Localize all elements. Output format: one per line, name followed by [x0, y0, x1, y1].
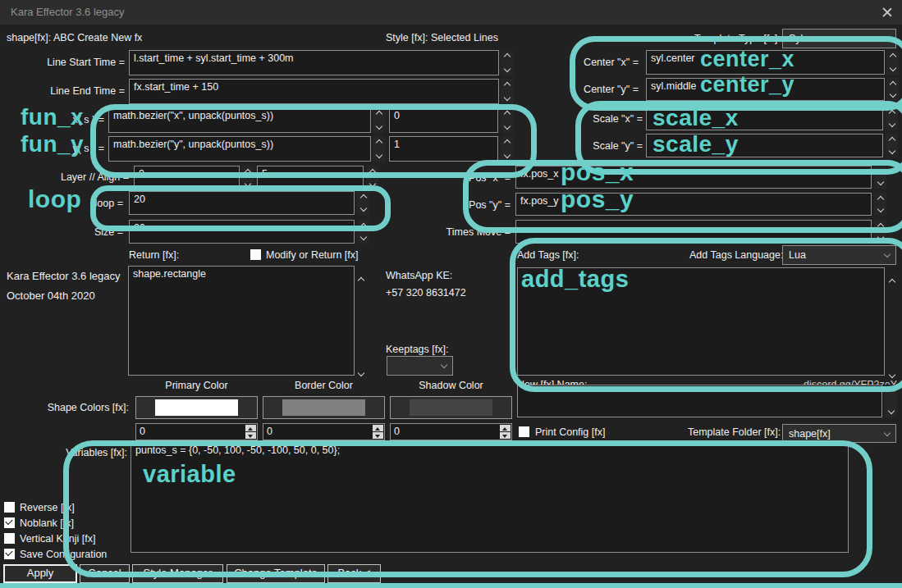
arrow-down-icon: [375, 435, 380, 438]
shadow-alpha-input[interactable]: 0: [390, 423, 512, 440]
center-x-input[interactable]: syl.center: [646, 50, 885, 75]
change-template-type-button[interactable]: Change Template Type: [227, 564, 325, 583]
pos-x-input[interactable]: fx.pos_x: [515, 166, 872, 189]
pos-y-input[interactable]: fx.pos_y: [515, 193, 872, 216]
chevron-up-icon: [504, 111, 511, 117]
layer-spinner[interactable]: [241, 166, 254, 190]
chevron-down-icon: [884, 251, 891, 258]
check-icon: [5, 517, 12, 525]
new-fx-name-spinner[interactable]: [885, 385, 897, 417]
align-spinner[interactable]: [366, 166, 378, 190]
x-s-spinner[interactable]: [373, 107, 386, 133]
chevron-down-icon: [887, 408, 894, 414]
shadow-alpha-spinner[interactable]: [500, 425, 511, 439]
vertical-kanji-checkbox[interactable]: [4, 533, 15, 544]
template-type-dropdown[interactable]: Syl: [782, 29, 896, 48]
border-color-swatch-button[interactable]: [263, 396, 385, 419]
line-start-spinner[interactable]: [501, 50, 514, 75]
chevron-down-icon: [359, 234, 366, 240]
primary-color-header: Primary Color: [135, 380, 258, 391]
y-s-accel-spinner[interactable]: [501, 136, 514, 162]
shadow-alpha-value: 0: [394, 426, 400, 437]
primary-alpha-spinner[interactable]: [245, 425, 256, 439]
scale-y-spinner[interactable]: [886, 134, 898, 157]
line-start-input[interactable]: l.start_time + syl.start_time + 300m: [129, 50, 499, 75]
loop-spinner[interactable]: [357, 191, 369, 215]
chevron-down-icon: [376, 123, 382, 130]
pos-y-spinner[interactable]: [874, 193, 886, 216]
center-x-spinner[interactable]: [886, 50, 899, 75]
layer-align-label: Layer // Align =: [0, 171, 129, 183]
chevron-up-icon: [504, 139, 511, 146]
center-y-input[interactable]: syl.middle: [646, 78, 885, 101]
chevron-up-icon: [877, 169, 883, 175]
return-fx-textarea[interactable]: shape.rectangle: [128, 266, 355, 376]
shadow-color-swatch-button[interactable]: [390, 396, 512, 419]
template-folder-label: Template Folder [fx]:: [688, 426, 781, 438]
y-s-spinner[interactable]: [373, 136, 386, 162]
y-s-input[interactable]: math.bezier("y", unpack(puntos_s)): [108, 136, 371, 162]
arrow-up-icon: [248, 427, 253, 431]
close-icon[interactable]: [881, 7, 892, 18]
style-manager-colors-button[interactable]: Style Manager Colors: [132, 564, 223, 583]
noblank-label: Noblank [fx]: [20, 517, 74, 529]
print-config-checkbox[interactable]: [519, 426, 529, 437]
line-end-spinner[interactable]: [501, 79, 514, 104]
line-end-input[interactable]: fx.start_time + 150: [129, 79, 499, 104]
chevron-up-icon: [359, 223, 366, 230]
keeptags-dropdown[interactable]: [387, 356, 453, 376]
chevron-up-icon: [504, 82, 511, 89]
back-button[interactable]: Back <: [327, 564, 381, 583]
size-spinner[interactable]: [357, 220, 369, 244]
times-move-input[interactable]: [515, 220, 872, 244]
cancel-button[interactable]: Cancel: [80, 564, 130, 583]
border-alpha-spinner[interactable]: [373, 425, 383, 439]
new-fx-name-input[interactable]: [517, 385, 882, 417]
chevron-up-icon: [888, 110, 895, 116]
size-input[interactable]: 20: [129, 220, 355, 244]
arrow-down-icon: [502, 435, 507, 438]
shape-fx-label: shape[fx]: ABC Create New fx: [7, 32, 142, 43]
add-tags-language-label: Add Tags Language:: [689, 249, 783, 261]
layer-input[interactable]: 0: [134, 166, 240, 190]
primary-color-swatch-button[interactable]: [135, 396, 258, 419]
chevron-down-icon: [244, 180, 250, 187]
x-s-accel-input[interactable]: 0: [389, 107, 498, 133]
pos-x-spinner[interactable]: [874, 166, 886, 189]
chevron-down-icon: [504, 94, 511, 101]
border-alpha-input[interactable]: 0: [263, 423, 385, 440]
y-s-accel-input[interactable]: 1: [389, 136, 498, 162]
shadow-color-header: Shadow Color: [390, 380, 512, 391]
apply-shape-button[interactable]: Apply shape[fx]: [3, 564, 77, 583]
loop-label: loop =: [0, 198, 123, 209]
chevron-down-icon: [441, 362, 447, 368]
app-info-line2: October 04th 2020: [7, 289, 95, 302]
template-type-label: Template Type [fx]:: [694, 33, 781, 44]
return-scroll-down-icon[interactable]: [359, 364, 364, 379]
scale-y-input[interactable]: [646, 134, 883, 157]
x-s-input[interactable]: math.bezier("x", unpack(puntos_s)): [108, 107, 371, 133]
loop-input[interactable]: 20: [129, 191, 355, 215]
scale-x-spinner[interactable]: [886, 107, 898, 130]
reverse-checkbox[interactable]: [4, 502, 15, 513]
template-folder-dropdown[interactable]: shape[fx]: [782, 424, 896, 443]
times-move-spinner[interactable]: [874, 220, 886, 244]
scale-x-input[interactable]: [646, 107, 883, 130]
pos-y-label: Pos "y" =: [443, 199, 511, 211]
x-s-accel-spinner[interactable]: [501, 107, 514, 133]
shadow-color-swatch: [410, 399, 492, 416]
pos-x-label: Pos "x" =: [443, 172, 511, 184]
add-tags-language-dropdown[interactable]: Lua: [782, 245, 896, 265]
modify-return-checkbox[interactable]: [250, 249, 261, 260]
align-input[interactable]: 5: [257, 166, 364, 190]
noblank-checkbox[interactable]: [4, 517, 15, 528]
add-tags-scroll-up-icon[interactable]: [890, 273, 895, 288]
variables-textarea[interactable]: puntos_s = {0, -50, 100, -50, -100, 50, …: [130, 442, 849, 553]
return-fx-label: Return [fx]:: [129, 249, 179, 261]
chevron-down-icon: [369, 180, 375, 187]
primary-alpha-input[interactable]: 0: [135, 423, 258, 440]
return-scroll-up-icon[interactable]: [359, 271, 364, 286]
center-y-spinner[interactable]: [886, 78, 899, 101]
save-configuration-checkbox[interactable]: [4, 549, 15, 559]
add-tags-textarea[interactable]: [517, 267, 885, 376]
